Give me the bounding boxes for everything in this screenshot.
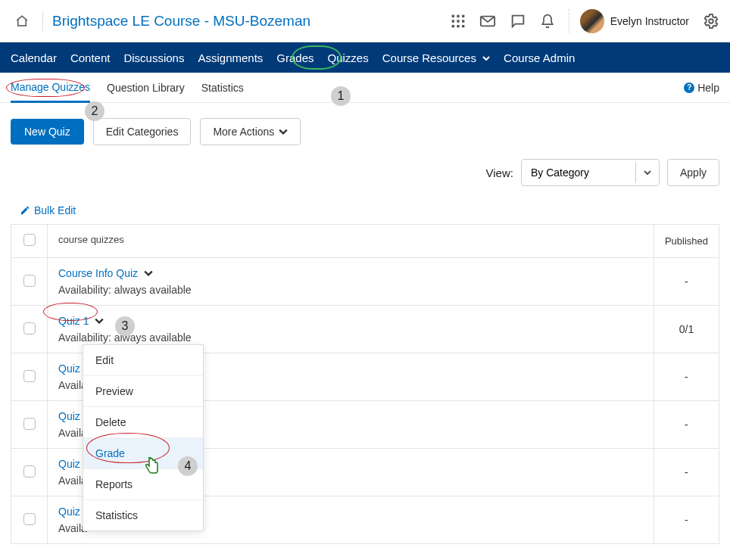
nav-content[interactable]: Content bbox=[70, 51, 111, 64]
home-icon[interactable] bbox=[11, 10, 33, 33]
svg-rect-8 bbox=[462, 25, 464, 27]
select-all-checkbox[interactable] bbox=[23, 234, 36, 246]
row-checkbox[interactable] bbox=[23, 370, 36, 382]
nav-grades[interactable]: Grades bbox=[276, 51, 314, 64]
chat-icon[interactable] bbox=[510, 13, 526, 30]
published-cell: - bbox=[654, 496, 719, 544]
svg-rect-6 bbox=[451, 25, 454, 27]
row-checkbox-cell bbox=[11, 306, 48, 353]
chevron-down-icon bbox=[482, 54, 490, 62]
row-checkbox-cell bbox=[11, 449, 48, 496]
quiz-subnav: Manage Quizzes Question Library Statisti… bbox=[0, 73, 730, 103]
row-checkbox-cell bbox=[11, 401, 48, 449]
availability-text: Availability: always available bbox=[58, 284, 643, 296]
nav-course-resources[interactable]: Course Resources bbox=[382, 51, 490, 64]
svg-rect-2 bbox=[462, 14, 464, 17]
quiz-name-link[interactable]: Quiz 1 bbox=[58, 315, 104, 327]
chevron-down-icon[interactable] bbox=[95, 316, 104, 325]
row-checkbox-cell bbox=[11, 496, 48, 544]
menu-item-edit[interactable]: Edit bbox=[83, 345, 203, 375]
availability-text: Availability: always available bbox=[58, 331, 643, 344]
menu-item-statistics[interactable]: Statistics bbox=[83, 499, 203, 530]
chevron-down-icon[interactable] bbox=[144, 269, 153, 278]
row-checkbox[interactable] bbox=[23, 513, 36, 525]
chevron-down-icon bbox=[635, 162, 659, 183]
row-checkbox-cell bbox=[11, 258, 48, 306]
quiz-context-menu: EditPreviewDeleteGradeReportsStatistics bbox=[83, 344, 204, 531]
row-checkbox[interactable] bbox=[23, 465, 36, 478]
bulk-edit-row: Bulk Edit bbox=[0, 200, 730, 224]
bell-icon[interactable] bbox=[540, 14, 555, 29]
menu-item-reports[interactable]: Reports bbox=[83, 468, 203, 499]
published-cell: - bbox=[654, 401, 719, 449]
published-cell: - bbox=[654, 353, 719, 401]
published-header: Published bbox=[654, 225, 719, 258]
view-select[interactable] bbox=[521, 159, 660, 186]
top-icons: Evelyn Instructor bbox=[451, 9, 719, 33]
row-checkbox[interactable] bbox=[23, 418, 36, 430]
svg-rect-7 bbox=[457, 25, 459, 27]
user-name: Evelyn Instructor bbox=[610, 15, 689, 27]
apps-grid-icon[interactable] bbox=[451, 14, 466, 29]
pencil-icon bbox=[20, 205, 30, 216]
bulk-edit-link[interactable]: Bulk Edit bbox=[20, 204, 710, 216]
avatar bbox=[580, 9, 604, 33]
published-cell: - bbox=[654, 258, 719, 306]
select-all-cell bbox=[11, 225, 48, 258]
row-checkbox-cell bbox=[11, 353, 48, 401]
nav-quizzes[interactable]: Quizzes bbox=[328, 51, 369, 64]
menu-item-grade[interactable]: Grade bbox=[83, 437, 203, 468]
chevron-down-icon bbox=[279, 127, 288, 136]
quiz-toolbar: New Quiz Edit Categories More Actions bbox=[0, 103, 730, 153]
tab-manage-quizzes[interactable]: Manage Quizzes bbox=[11, 81, 90, 103]
course-title-link[interactable]: Brightspace LE Course - MSU-Bozeman bbox=[52, 13, 310, 30]
menu-item-delete[interactable]: Delete bbox=[83, 406, 203, 437]
quiz-cell: Course Info QuizAvailability: always ava… bbox=[48, 258, 654, 306]
svg-rect-4 bbox=[457, 20, 459, 22]
divider bbox=[42, 11, 43, 31]
view-label: View: bbox=[486, 166, 513, 179]
view-row: View: Apply bbox=[0, 153, 730, 200]
section-header: course quizzes bbox=[48, 225, 654, 258]
user-menu[interactable]: Evelyn Instructor bbox=[569, 9, 689, 33]
row-checkbox[interactable] bbox=[23, 275, 36, 287]
quiz-name-link[interactable]: Course Info Quiz bbox=[58, 267, 153, 279]
help-icon: ? bbox=[684, 82, 694, 93]
nav-discussions[interactable]: Discussions bbox=[123, 51, 184, 64]
svg-rect-1 bbox=[457, 14, 459, 17]
row-checkbox[interactable] bbox=[23, 322, 36, 334]
nav-assignments[interactable]: Assignments bbox=[198, 51, 263, 64]
nav-course-admin[interactable]: Course Admin bbox=[504, 51, 575, 64]
svg-rect-0 bbox=[451, 14, 454, 17]
menu-item-preview[interactable]: Preview bbox=[83, 375, 203, 406]
new-quiz-button[interactable]: New Quiz bbox=[11, 119, 84, 145]
nav-calendar[interactable]: Calendar bbox=[11, 51, 57, 64]
more-actions-button[interactable]: More Actions bbox=[200, 118, 301, 145]
tab-question-library[interactable]: Question Library bbox=[107, 82, 185, 94]
gear-icon[interactable] bbox=[703, 13, 719, 30]
svg-rect-5 bbox=[462, 20, 464, 22]
apply-button[interactable]: Apply bbox=[667, 159, 719, 186]
mail-icon[interactable] bbox=[479, 13, 496, 30]
view-select-value[interactable] bbox=[522, 160, 635, 185]
published-cell: - bbox=[654, 449, 719, 496]
help-link[interactable]: ? Help bbox=[684, 82, 719, 94]
published-cell: 0/1 bbox=[654, 306, 719, 353]
svg-rect-3 bbox=[451, 20, 454, 22]
svg-point-10 bbox=[709, 19, 713, 23]
edit-categories-button[interactable]: Edit Categories bbox=[93, 118, 192, 145]
tab-statistics[interactable]: Statistics bbox=[201, 82, 244, 94]
table-row: Course Info QuizAvailability: always ava… bbox=[11, 258, 719, 306]
top-bar: Brightspace LE Course - MSU-Bozeman Evel… bbox=[0, 0, 730, 42]
course-navbar: Calendar Content Discussions Assignments… bbox=[0, 42, 730, 73]
